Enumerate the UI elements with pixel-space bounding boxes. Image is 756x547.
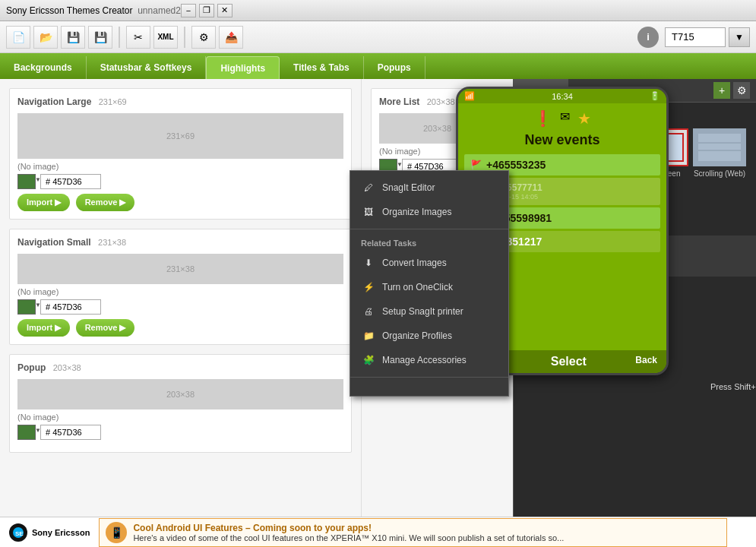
phone-battery-icon: 🔋 bbox=[650, 91, 660, 101]
popup-color-row bbox=[17, 425, 343, 440]
menu-item-snagit-editor[interactable]: 🖊 SnagIt Editor bbox=[350, 175, 508, 200]
phone-signal-icon: 📶 bbox=[464, 91, 475, 101]
statusbar: SE Sony Ericsson 📱 Cool Android UI Featu… bbox=[0, 517, 756, 547]
separator-1 bbox=[119, 27, 120, 48]
news-text-block: Cool Android UI Features – Coming soon t… bbox=[133, 523, 564, 542]
new-button[interactable]: 📄 bbox=[6, 26, 30, 49]
toolbar: 📄 📂 💾 💾 ✂ XML ⚙ 📤 i ▼ bbox=[0, 21, 756, 53]
organize-images-icon: 🖼 bbox=[361, 204, 376, 220]
tab-highlights[interactable]: Highlights bbox=[206, 56, 280, 79]
device-dropdown[interactable]: ▼ bbox=[729, 27, 750, 47]
nav-small-color-input[interactable] bbox=[40, 299, 101, 315]
device-input[interactable] bbox=[665, 27, 726, 47]
phone-icons-row: ❗ ✉ ★ bbox=[464, 109, 660, 128]
phone-softkey-back[interactable]: Back bbox=[635, 355, 657, 368]
phone-title: New events bbox=[464, 132, 660, 148]
nav-large-color-swatch[interactable] bbox=[17, 174, 36, 189]
context-menu-top: 🖊 SnagIt Editor 🖼 Organize Images bbox=[350, 171, 508, 229]
news-body: Here's a video of some of the cool UI fe… bbox=[133, 533, 564, 542]
nav-small-import-button[interactable]: Import ▶ bbox=[17, 319, 70, 337]
popup-color-swatch[interactable] bbox=[17, 425, 36, 440]
sony-ericsson-icon: SE bbox=[9, 523, 27, 542]
nav-small-remove-button[interactable]: Remove ▶ bbox=[76, 319, 135, 337]
snagit-editor-icon: 🖊 bbox=[361, 180, 376, 195]
separator-2 bbox=[184, 27, 185, 48]
tab-titles[interactable]: Titles & Tabs bbox=[280, 56, 364, 79]
brand-name: Sony Ericsson bbox=[32, 528, 90, 537]
menu-item-convert-images[interactable]: ⬇ Convert Images bbox=[350, 251, 508, 275]
menu-item-turn-on-oneclick[interactable]: ⚡ Turn on OneClick bbox=[350, 275, 508, 299]
popup-title: Popup 203×38 bbox=[17, 362, 343, 373]
menu-item-organize-images[interactable]: 🖼 Organize Images bbox=[350, 200, 508, 224]
menu-item-organize-profiles[interactable]: 📁 Organize Profiles bbox=[350, 324, 508, 348]
nav-small-no-image: (No image) bbox=[17, 287, 343, 296]
nav-small-title: Navigation Small 231×38 bbox=[17, 237, 343, 248]
news-icon: 📱 bbox=[106, 522, 127, 543]
brand-logo: SE Sony Ericsson bbox=[9, 523, 90, 542]
tab-popups[interactable]: Popups bbox=[364, 56, 425, 79]
left-panel: Navigation Large 231×69 231×69 (No image… bbox=[0, 79, 361, 517]
export-button[interactable]: 📤 bbox=[219, 26, 243, 49]
nav-large-title: Navigation Large 231×69 bbox=[17, 96, 343, 107]
navigation-large-section: Navigation Large 231×69 231×69 (No image… bbox=[9, 88, 352, 220]
cut-button[interactable]: ✂ bbox=[126, 26, 150, 49]
profiles-settings-button[interactable]: ⚙ bbox=[733, 82, 750, 99]
save-button[interactable]: 💾 bbox=[61, 26, 85, 49]
save-as-button[interactable]: 💾 bbox=[88, 26, 112, 49]
tabbar: Backgrounds Statusbar & Softkeys Highlig… bbox=[0, 53, 756, 79]
navigation-small-section: Navigation Small 231×38 231×38 (No image… bbox=[9, 229, 352, 345]
tab-statusbar[interactable]: Statusbar & Softkeys bbox=[87, 56, 207, 79]
profiles-actions: + ⚙ bbox=[713, 82, 756, 99]
file-name: unnamed2 bbox=[138, 5, 181, 16]
phone-softkey-select[interactable]: Select bbox=[551, 355, 587, 368]
profile-scrolling[interactable]: Scrolling (Web) bbox=[693, 128, 746, 178]
minimize-button[interactable]: − bbox=[181, 4, 196, 17]
menu-item-manage-accessories[interactable]: 🧩 Manage Accessories bbox=[350, 348, 508, 372]
nav-small-preview: 231×38 bbox=[17, 254, 343, 284]
nav-small-actions: Import ▶ Remove ▶ bbox=[17, 319, 343, 337]
close-button[interactable]: ✕ bbox=[217, 4, 232, 17]
window-controls: − ❐ ✕ bbox=[181, 4, 232, 17]
open-button[interactable]: 📂 bbox=[33, 26, 58, 49]
titlebar-title: Sony Ericsson Themes Creator unnamed2 bbox=[6, 5, 181, 16]
device-selector: ▼ bbox=[665, 27, 750, 47]
info-button[interactable]: i bbox=[637, 27, 659, 48]
profiles-add-button[interactable]: + bbox=[713, 82, 730, 99]
profile-scrolling-label: Scrolling (Web) bbox=[694, 169, 745, 178]
phone-alert-icon: ❗ bbox=[533, 109, 552, 128]
profile-scrolling-thumb bbox=[693, 128, 746, 166]
news-banner[interactable]: 📱 Cool Android UI Features – Coming soon… bbox=[99, 518, 727, 547]
nav-large-actions: Import ▶ Remove ▶ bbox=[17, 194, 343, 211]
nav-large-color-input[interactable] bbox=[40, 174, 101, 189]
svg-rect-8 bbox=[698, 134, 741, 161]
nav-large-remove-button[interactable]: Remove ▶ bbox=[76, 194, 135, 211]
oneclick-icon: ⚡ bbox=[361, 280, 376, 295]
phone-envelope-icon: ✉ bbox=[560, 109, 570, 128]
tab-backgrounds[interactable]: Backgrounds bbox=[0, 56, 87, 79]
contact-0-number: +465553235 bbox=[486, 159, 546, 171]
main-content: Navigation Large 231×69 231×69 (No image… bbox=[0, 79, 756, 517]
section-row-2: Navigation Small 231×38 231×38 (No image… bbox=[9, 229, 352, 345]
restore-button[interactable]: ❐ bbox=[199, 4, 214, 17]
settings-button[interactable]: ⚙ bbox=[191, 26, 216, 49]
xml-button[interactable]: XML bbox=[153, 26, 178, 49]
related-tasks-title: Related Tasks bbox=[350, 234, 508, 251]
app-name: Sony Ericsson Themes Creator bbox=[6, 5, 133, 16]
profiles-icon: 📁 bbox=[361, 328, 376, 343]
nav-large-import-button[interactable]: Import ▶ bbox=[17, 194, 70, 211]
printer-icon: 🖨 bbox=[361, 304, 376, 319]
context-menu: 🖊 SnagIt Editor 🖼 Organize Images Relate… bbox=[350, 170, 509, 397]
accessories-icon: 🧩 bbox=[361, 353, 376, 368]
nav-small-color-swatch[interactable] bbox=[17, 299, 36, 315]
news-title: Cool Android UI Features – Coming soon t… bbox=[133, 523, 564, 533]
section-row-1: Navigation Large 231×69 231×69 (No image… bbox=[9, 88, 352, 220]
popup-color-input[interactable] bbox=[40, 425, 101, 440]
contact-0-flag: 🚩 bbox=[470, 160, 482, 170]
titlebar: Sony Ericsson Themes Creator unnamed2 − … bbox=[0, 0, 756, 21]
popup-section: Popup 203×38 203×38 (No image) bbox=[9, 354, 352, 453]
menu-item-setup-printer[interactable]: 🖨 Setup SnagIt printer bbox=[350, 299, 508, 324]
context-menu-related: Related Tasks ⬇ Convert Images ⚡ Turn on… bbox=[350, 229, 508, 378]
nav-small-color-row bbox=[17, 299, 343, 315]
phone-star-icon: ★ bbox=[577, 109, 591, 128]
convert-images-icon: ⬇ bbox=[361, 255, 376, 270]
